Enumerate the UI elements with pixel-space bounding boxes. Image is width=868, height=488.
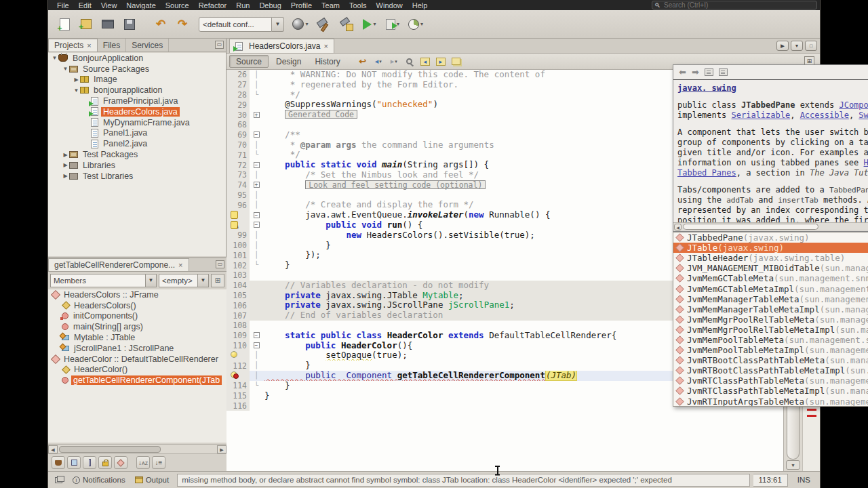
scroll-left-icon[interactable]: ◀ [674, 224, 682, 230]
find-selection-button[interactable] [403, 55, 416, 68]
collapse-icon[interactable]: ▼ [51, 55, 58, 61]
fold-control[interactable]: − [250, 341, 263, 351]
completion-item[interactable]: JvmRTBootClassPathTableMetaImpl (sun.man… [673, 365, 868, 375]
run-project-button[interactable]: ▾ [360, 15, 379, 34]
javadoc-back-button[interactable]: ⬅︎ [679, 67, 686, 77]
fold-collapse-icon[interactable]: − [254, 162, 260, 168]
navigator-tab[interactable]: getTableCellRendererCompone... × [48, 258, 189, 271]
javadoc-link[interactable]: javax. swing [677, 83, 736, 93]
completion-item[interactable]: JvmRTClassPathTableMetaImpl (sun.managem… [673, 386, 868, 396]
scrollbar-thumb[interactable] [683, 224, 818, 230]
tree-item[interactable]: MyDynamicFrame.java [48, 117, 226, 128]
sort-mode-button[interactable]: ⊞ [211, 274, 224, 287]
minimize-navigator-button[interactable]: ▭ [216, 260, 224, 268]
error-mark[interactable] [807, 415, 816, 417]
completion-item[interactable]: JvmRTInputArgsTableMeta (sun.management.… [673, 396, 868, 407]
fold-collapse-icon[interactable]: − [254, 222, 260, 228]
status-tab-notifications[interactable]: iNotifications [68, 472, 130, 488]
navigator-item[interactable]: Mytable : JTable [48, 332, 226, 343]
fold-control[interactable]: − [250, 130, 263, 140]
editor-tab-headerscolors[interactable]: HeadersColors.java × [229, 39, 334, 53]
undo-button[interactable]: ↶ [151, 15, 170, 34]
sort-by-source-button[interactable]: ↓≡ [152, 456, 165, 469]
show-fields-button[interactable] [67, 456, 81, 469]
warn-down-annotation-icon[interactable] [231, 221, 238, 229]
bulb-err-annotation-icon[interactable] [231, 371, 237, 378]
completion-item[interactable]: JvmMemGCTableMeta (sun.management.snmp.j… [673, 273, 868, 283]
redo-button[interactable]: ↷ [173, 15, 192, 34]
maximize-window-button[interactable]: □ [805, 41, 817, 51]
tree-item[interactable]: FramePrincipal.java [48, 96, 226, 106]
completion-item[interactable]: JvmMemGCTableMetaImpl (sun.management.sn… [673, 283, 868, 293]
show-in-browser-icon[interactable] [705, 68, 713, 76]
scroll-down-icon[interactable]: ▼ [786, 460, 800, 470]
completion-item[interactable]: JTabbedPane (javax.swing) [673, 232, 868, 243]
completion-item[interactable]: JTable (javax.swing) [673, 243, 868, 253]
fold-collapse-icon[interactable]: − [254, 131, 260, 138]
menu-run[interactable]: Run [231, 1, 254, 9]
open-project-button[interactable] [98, 15, 117, 34]
navigator-item[interactable]: main(String[] args) [48, 321, 226, 332]
tree-item[interactable]: ▶Test Packages [48, 149, 226, 160]
dropdown-arrow-icon[interactable]: ▾ [395, 59, 397, 64]
menu-profile[interactable]: Profile [286, 1, 317, 9]
debug-project-button[interactable]: ▾ [383, 15, 402, 34]
menu-tools[interactable]: Tools [344, 1, 372, 9]
status-tab-output[interactable]: Output [130, 472, 174, 488]
navigator-item[interactable]: HeaderColor() [48, 365, 226, 375]
completion-item[interactable]: JvmRTClassPathTableMeta (sun.management.… [673, 375, 868, 386]
navigator-item[interactable]: initComponents() [48, 311, 226, 322]
dropdown-arrow-icon[interactable]: ▾ [373, 21, 376, 27]
bulb-annotation-icon[interactable] [231, 351, 237, 358]
close-icon[interactable]: × [178, 261, 182, 269]
minimize-panel-button[interactable]: ▭ [215, 41, 224, 49]
scroll-right-icon[interactable]: ▶ [217, 445, 226, 453]
new-project-button[interactable] [77, 15, 96, 34]
chevron-down-icon[interactable]: ▼ [146, 274, 157, 287]
collapse-icon[interactable]: ▼ [73, 87, 80, 94]
fold-control[interactable]: − [250, 331, 263, 341]
expand-icon[interactable]: ▶ [62, 152, 69, 158]
quick-search[interactable]: 🔍︎ [652, 1, 817, 9]
fold-control[interactable]: − [250, 220, 263, 230]
save-all-button[interactable] [120, 15, 139, 34]
fold-collapse-icon[interactable]: − [254, 332, 260, 338]
clean-build-project-button[interactable] [337, 15, 356, 34]
close-icon[interactable]: × [323, 42, 328, 50]
fold-control[interactable]: − [250, 160, 263, 170]
error-mark[interactable] [807, 409, 816, 411]
back-button[interactable]: ◂▾ [372, 55, 385, 68]
tree-item[interactable]: ▼Source Packages [48, 64, 226, 75]
navigator-item[interactable]: jScrollPane1 : JScrollPane [48, 343, 226, 354]
warn-annotation-icon[interactable] [231, 211, 238, 219]
last-edit-button[interactable]: ↩ [356, 55, 370, 68]
search-input[interactable] [663, 1, 816, 9]
members-view-select[interactable]: Members ▼ [50, 274, 157, 287]
show-non-public-button[interactable] [98, 456, 112, 469]
completion-item[interactable]: JvmMemMgrPoolRelTableMetaImpl (sun.manag… [673, 325, 868, 335]
show-inherited-members-button[interactable] [52, 456, 65, 469]
config-select[interactable]: <default conf... ▼ [199, 17, 284, 32]
filter-select[interactable]: <empty> ▼ [159, 274, 209, 287]
scrollbar-thumb[interactable] [59, 446, 161, 453]
tab-services[interactable]: Services [126, 39, 169, 52]
completion-item[interactable]: JvmMemManagerTableMetaImpl (sun.manageme… [673, 304, 868, 314]
sort-alphabetically-button[interactable]: ↓AZ [136, 456, 150, 469]
chevron-down-icon[interactable]: ▼ [272, 17, 284, 32]
expand-icon[interactable]: ▶ [73, 77, 80, 83]
show-inner-classes-button[interactable] [114, 456, 127, 469]
completion-item[interactable]: JvmMemPoolTableMetaImpl (sun.management.… [673, 345, 868, 355]
tab-list-button[interactable]: ▼ [791, 41, 803, 51]
fold-collapse-icon[interactable]: − [254, 212, 260, 218]
dropdown-arrow-icon[interactable]: ▾ [305, 21, 308, 27]
menu-file[interactable]: File [52, 1, 74, 9]
close-icon[interactable]: × [87, 41, 91, 49]
expand-icon[interactable]: ▶ [62, 162, 69, 168]
restore-window-icon[interactable] [55, 477, 62, 483]
scroll-left-icon[interactable]: ◀ [48, 445, 58, 453]
javadoc-link[interactable]: Serializable [731, 110, 790, 120]
completion-item[interactable]: JvmMemManagerTableMeta (sun.management.s… [673, 294, 868, 304]
fold-expand-icon[interactable]: + [254, 112, 260, 118]
forward-button[interactable]: ▸▾ [387, 55, 401, 68]
fold-collapse-icon[interactable]: − [254, 342, 260, 348]
